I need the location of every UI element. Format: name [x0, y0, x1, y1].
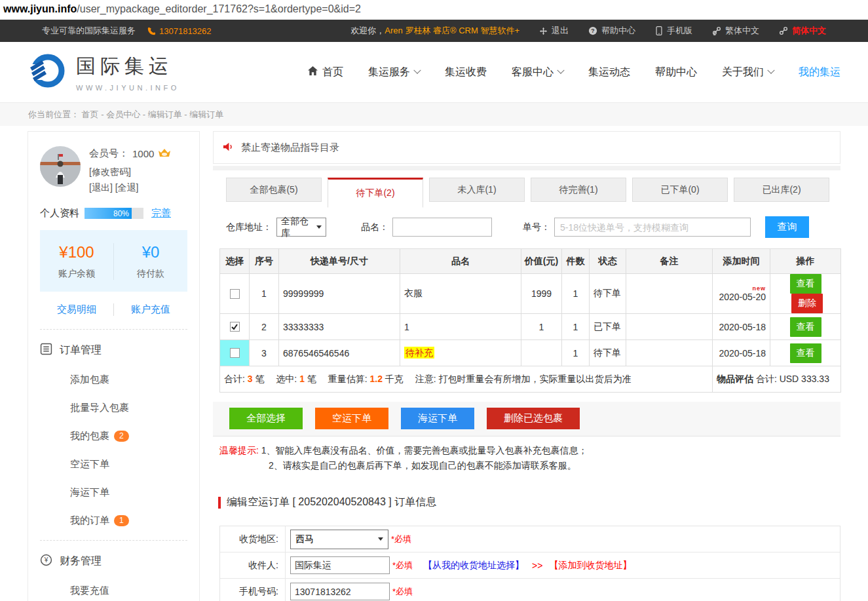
status-badge: 待下单	[590, 274, 626, 314]
profile-progress-fill: 80%	[85, 208, 132, 219]
transactions-link[interactable]: 交易明细	[40, 303, 113, 316]
phone-input[interactable]	[290, 583, 390, 600]
view-button[interactable]: 查看	[790, 317, 821, 337]
nav-help[interactable]: 帮助中心	[655, 66, 697, 79]
sidebar-item-add-package[interactable]: 添加包裹	[70, 374, 187, 386]
nav-my-jiyun[interactable]: 我的集运	[799, 66, 840, 79]
table-row: 2 33333333 1 1 1 已下单 2020-05-18 查看	[220, 314, 841, 340]
package-tabs: 全部包裹(5) 待下单(2) 未入库(1) 待完善(1) 已下单(0) 已出库(…	[213, 178, 840, 208]
phone-icon	[147, 27, 156, 35]
row-checkbox[interactable]	[230, 348, 240, 358]
url-path: /user_mypackage_editorder_171762?s=1&ord…	[77, 3, 361, 15]
order-list-icon	[40, 343, 52, 358]
logout-links[interactable]: [退出] [全退]	[89, 182, 171, 194]
warehouse-select[interactable]: 全部仓库	[276, 218, 326, 237]
tab-pending-order[interactable]: 待下单(2)	[328, 178, 423, 208]
sidebar-item-my-orders[interactable]: 我的订单 1	[70, 514, 187, 527]
sidebar-item-sea-order[interactable]: 海运下单	[70, 486, 187, 499]
logo-subtitle: WWW.JIYUN.INFO	[76, 84, 179, 92]
sidebar-item-recharge[interactable]: 我要充值	[70, 585, 187, 597]
table-row: 1 99999999 衣服 1999 1 待下单 new 2020-05-20 …	[220, 274, 841, 314]
main-nav: 首页 集运服务 集运收费 客服中心 集运动态 帮助中心 关于我们 我的集运	[308, 66, 840, 79]
summary-row: 合计: 3 笔 选中: 1 笔 重量估算: 1.2 千克 注意: 打包时重量会有…	[220, 366, 841, 393]
divider	[40, 540, 187, 541]
add-address-link[interactable]: 【添加到收货地址】	[549, 560, 632, 572]
sea-order-button[interactable]: 海运下单	[401, 408, 474, 429]
svg-text:?: ?	[591, 28, 594, 34]
tracking-input[interactable]	[554, 218, 751, 237]
delete-button[interactable]: 删除	[791, 294, 823, 313]
status-badge: 待下单	[590, 340, 626, 366]
traditional-chinese-link[interactable]: 繁体中文	[712, 25, 759, 37]
site-logo[interactable]: 国际集运 WWW.JIYUN.INFO	[28, 51, 179, 93]
table-header-row: 选择 序号 快递单号/尺寸 品名 价值(元) 件数 状态 备注 添加时间 操作	[220, 249, 841, 274]
tab-shipped[interactable]: 已出库(2)	[734, 178, 829, 202]
site-slogan: 专业可靠的国际集运服务	[42, 25, 136, 37]
order-form: 收货地区: 西马 *必填 收件人: *必填 【从我的收货地址选择】	[219, 526, 840, 601]
tab-ordered[interactable]: 已下单(0)	[632, 178, 728, 202]
profile-complete-link[interactable]: 完善	[151, 207, 171, 220]
sidebar-item-my-packages[interactable]: 我的包裹 2	[70, 430, 187, 442]
view-button[interactable]: 查看	[790, 343, 821, 363]
menu-orders-title: 订单管理	[40, 343, 187, 358]
menu-finance-title: ¥ 财务管理	[40, 554, 187, 569]
simplified-chinese-link[interactable]: 简体中文	[779, 25, 826, 37]
welcome-user: Aren 罗桂林 睿店® CRM 智慧软件+	[385, 26, 519, 35]
divider	[213, 166, 840, 170]
chevron-down-icon	[767, 67, 774, 74]
divider	[40, 329, 187, 330]
receiver-input[interactable]	[290, 556, 390, 574]
logo-title: 国际集运	[76, 53, 179, 80]
nav-home[interactable]: 首页	[308, 66, 343, 79]
nav-support[interactable]: 客服中心	[512, 66, 563, 79]
nav-services[interactable]: 集运服务	[368, 66, 420, 79]
air-order-button[interactable]: 空运下单	[315, 408, 388, 429]
help-center-link[interactable]: ? 帮助中心	[588, 25, 635, 37]
status-badge: 已下单	[590, 314, 626, 340]
view-button[interactable]: 查看	[790, 274, 821, 294]
chevron-down-icon	[413, 67, 421, 74]
my-packages-badge: 2	[114, 431, 129, 442]
tab-to-complete[interactable]: 待完善(1)	[531, 178, 626, 202]
vip-crown-icon	[158, 148, 171, 160]
product-name-input[interactable]	[392, 218, 492, 237]
recharge-link[interactable]: 账户充值	[113, 303, 187, 316]
nav-about[interactable]: 关于我们	[722, 66, 774, 79]
weight-note: 注意: 打包时重量会有所增加，实际重量以出货后为准	[415, 374, 632, 384]
avatar[interactable]	[40, 146, 81, 187]
tips-label: 温馨提示:	[219, 445, 259, 456]
row-checkbox-checked[interactable]	[230, 322, 240, 332]
tab-all-packages[interactable]: 全部包裹(5)	[226, 178, 322, 202]
member-id-label: 会员号：	[89, 147, 128, 160]
region-select[interactable]: 西马	[290, 530, 388, 549]
delete-selected-button[interactable]: 删除已选包裹	[487, 408, 580, 429]
mobile-version-link[interactable]: 手机版	[655, 25, 692, 37]
bulk-actions-bar: 全部选择 空运下单 海运下单 删除已选包裹	[213, 402, 840, 436]
site-header: 国际集运 WWW.JIYUN.INFO 首页 集运服务 集运收费 客服中心 集运…	[0, 42, 868, 102]
notice-bar[interactable]: 禁止寄递物品指导目录	[213, 131, 840, 164]
logout-link[interactable]: 退出	[539, 25, 569, 37]
notice-text: 禁止寄递物品指导目录	[241, 142, 339, 154]
search-button[interactable]: 查询	[765, 216, 809, 238]
sidebar-item-batch-import[interactable]: 批量导入包裹	[70, 402, 187, 414]
change-password-link[interactable]: [修改密码]	[89, 166, 171, 178]
row-checkbox[interactable]	[230, 289, 240, 299]
nav-fees[interactable]: 集运收费	[445, 66, 487, 79]
caret-down-icon	[378, 537, 383, 541]
exit-icon	[539, 27, 548, 35]
home-icon	[308, 66, 318, 78]
select-all-button[interactable]: 全部选择	[229, 408, 303, 429]
product-name-label: 品名：	[361, 222, 388, 233]
evaluation-label: 物品评估	[717, 374, 753, 384]
evaluation-total: 合计: USD 333.33	[756, 374, 829, 384]
form-row-receiver: 收件人: *必填 【从我的收货地址选择】 >> 【添加到收货地址】	[220, 553, 840, 579]
tab-not-in-warehouse[interactable]: 未入库(1)	[429, 178, 525, 202]
question-icon: ?	[588, 26, 597, 35]
welcome-message: 欢迎你，Aren 罗桂林 睿店® CRM 智慧软件+	[350, 25, 519, 37]
my-orders-badge: 1	[114, 515, 129, 526]
nav-news[interactable]: 集运动态	[588, 66, 630, 79]
phone-number: 13071813262	[147, 26, 212, 36]
browser-url-bar[interactable]: www.jiyun.info/user_mypackage_editorder_…	[0, 0, 868, 20]
pick-address-link[interactable]: 【从我的收货地址选择】	[423, 560, 524, 572]
sidebar-item-air-order[interactable]: 空运下单	[70, 458, 187, 471]
